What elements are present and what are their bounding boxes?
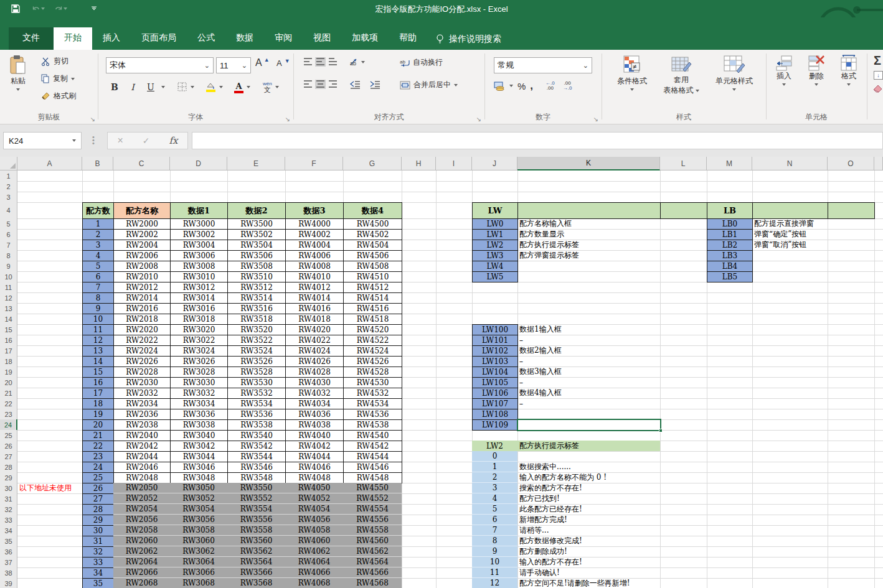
address-cell-C13[interactable]: RW2016 (113, 303, 171, 314)
address-cell-G19[interactable]: RW4528 (343, 366, 402, 378)
address-cell-F22[interactable]: RW4034 (285, 398, 344, 409)
address-cell-E29[interactable]: RW3548 (227, 472, 286, 483)
recipe-index-cell-B26[interactable]: 22 (82, 441, 114, 452)
recipe-index-cell-B36[interactable]: 32 (82, 546, 114, 558)
address-cell-F5[interactable]: RW4000 (285, 218, 344, 230)
address-cell-E21[interactable]: RW3532 (227, 388, 286, 399)
address-cell-D29[interactable]: RW3048 (170, 472, 228, 483)
address-cell-C5[interactable]: RW2000 (113, 218, 171, 230)
row-header-27[interactable]: 27 (0, 451, 17, 462)
address-cell-D26[interactable]: RW3042 (170, 441, 228, 452)
number-dialog-launcher[interactable]: ↘ (593, 116, 598, 123)
lw-address-LW102[interactable]: LW102 (472, 345, 518, 357)
borders-button[interactable] (177, 82, 187, 92)
decrease-indent-icon[interactable] (349, 80, 361, 89)
address-cell-D5[interactable]: RW3000 (170, 218, 228, 230)
lw-desc-LW103[interactable]: – (517, 356, 660, 366)
lw-address-LW100[interactable]: LW100 (472, 324, 518, 335)
row-header-8[interactable]: 8 (0, 250, 17, 261)
address-cell-D11[interactable]: RW3012 (170, 282, 228, 293)
column-header-B[interactable]: B (82, 157, 113, 170)
underline-button[interactable]: U (143, 80, 158, 95)
address-cell-C15[interactable]: RW2020 (113, 324, 171, 335)
lw-address-LW109[interactable]: LW109 (472, 419, 518, 431)
lw-address-LW103[interactable]: LW103 (472, 356, 518, 367)
recipe-index-cell-B23[interactable]: 19 (82, 409, 114, 420)
address-cell-G24[interactable]: RW4538 (343, 419, 402, 431)
recipe-index-cell-B21[interactable]: 17 (82, 388, 114, 399)
address-cell-C12[interactable]: RW2014 (113, 292, 171, 304)
address-cell-E17[interactable]: RW3524 (227, 345, 286, 357)
lw-desc-LW107[interactable]: – (517, 398, 660, 409)
lb-address-LB5[interactable]: LB5 (707, 271, 753, 282)
address-cell-D22[interactable]: RW3034 (170, 398, 228, 409)
recipe-index-cell-B19[interactable]: 15 (82, 366, 114, 378)
address-cell-F19[interactable]: RW4028 (285, 366, 344, 378)
shrink-font-button[interactable]: A▼ (276, 58, 290, 68)
recipe-index-cell-B17[interactable]: 13 (82, 345, 114, 357)
lw-desc-LW100[interactable]: 数据1输入框 (517, 324, 660, 335)
grow-font-button[interactable]: A▲ (255, 57, 270, 68)
bold-button[interactable]: B (107, 80, 122, 95)
row-header-25[interactable]: 25 (0, 430, 17, 441)
lw-address-LW5[interactable]: LW5 (472, 271, 518, 282)
recipe-index-cell-B34[interactable]: 30 (82, 525, 114, 536)
row-header-35[interactable]: 35 (0, 536, 17, 547)
address-cell-F25[interactable]: RW4040 (285, 430, 344, 441)
format-as-table-button[interactable]: 套用 表格格式 (657, 55, 706, 96)
recipe-index-cell-B29[interactable]: 25 (82, 472, 114, 483)
tell-me-search[interactable]: 操作说明搜索 (436, 34, 501, 50)
row-header-34[interactable]: 34 (0, 525, 17, 536)
lw-address-LW101[interactable]: LW101 (472, 335, 518, 346)
unused-address-cell-G30[interactable]: RW4550 (343, 483, 402, 493)
unused-address-cell-C31[interactable]: RW2052 (113, 493, 170, 504)
unused-address-cell-G37[interactable]: RW4564 (343, 557, 402, 567)
address-cell-D16[interactable]: RW3022 (170, 335, 228, 346)
lw2-code-1[interactable]: 1 (472, 462, 517, 472)
address-cell-C10[interactable]: RW2010 (113, 271, 171, 282)
lw-address-LW1[interactable]: LW1 (472, 229, 518, 240)
address-cell-F14[interactable]: RW4018 (285, 314, 344, 325)
lw2-code-3[interactable]: 3 (472, 483, 517, 493)
column-header-I[interactable]: I (436, 157, 472, 170)
row-header-4[interactable]: 4 (0, 202, 17, 219)
cell-styles-button[interactable]: 单元格样式 (708, 55, 760, 91)
unused-address-cell-F37[interactable]: RW4064 (285, 557, 343, 567)
address-cell-E22[interactable]: RW3534 (227, 398, 286, 409)
unused-address-cell-C34[interactable]: RW2058 (113, 525, 170, 536)
unused-address-cell-F34[interactable]: RW4058 (285, 525, 343, 536)
lw-desc-LW101[interactable]: – (517, 335, 660, 345)
unused-address-cell-G32[interactable]: RW4554 (343, 504, 402, 515)
unused-address-cell-E31[interactable]: RW3552 (227, 493, 285, 504)
address-cell-C11[interactable]: RW2012 (113, 282, 171, 293)
row-header-17[interactable]: 17 (0, 345, 17, 357)
address-cell-E25[interactable]: RW3540 (227, 430, 286, 441)
formula-input[interactable] (192, 132, 883, 149)
increase-indent-icon[interactable] (369, 80, 380, 89)
fill-color-button[interactable] (205, 82, 216, 92)
address-cell-C19[interactable]: RW2028 (113, 366, 171, 378)
unused-address-cell-E34[interactable]: RW3558 (227, 525, 285, 536)
row-header-16[interactable]: 16 (0, 335, 17, 346)
green-band-cell-K4[interactable] (517, 202, 661, 219)
address-cell-G22[interactable]: RW4534 (343, 398, 402, 409)
lw2-code-8[interactable]: 8 (472, 536, 517, 546)
lw2-message-7[interactable]: 请稍等... (517, 525, 660, 536)
address-cell-E6[interactable]: RW3502 (227, 229, 286, 240)
lw-address-LW105[interactable]: LW105 (472, 377, 518, 388)
address-cell-C23[interactable]: RW2036 (113, 409, 171, 420)
row-header-37[interactable]: 37 (0, 557, 17, 568)
tab-data[interactable]: 数据 (225, 27, 264, 50)
address-cell-F8[interactable]: RW4006 (285, 250, 344, 261)
address-cell-F17[interactable]: RW4024 (285, 345, 344, 357)
green-band-cell-N4[interactable] (752, 202, 828, 219)
unused-address-cell-C35[interactable]: RW2060 (113, 536, 170, 546)
unused-address-cell-E33[interactable]: RW3556 (227, 515, 285, 525)
address-cell-E16[interactable]: RW3522 (227, 335, 286, 346)
select-all-corner[interactable] (0, 157, 17, 170)
address-cell-D7[interactable]: RW3004 (170, 240, 228, 251)
lw2-message-11[interactable]: 请手动确认! (517, 567, 660, 578)
address-cell-G15[interactable]: RW4520 (343, 324, 402, 335)
address-cell-C7[interactable]: RW2004 (113, 240, 171, 251)
percent-style-button[interactable]: % (517, 81, 526, 91)
